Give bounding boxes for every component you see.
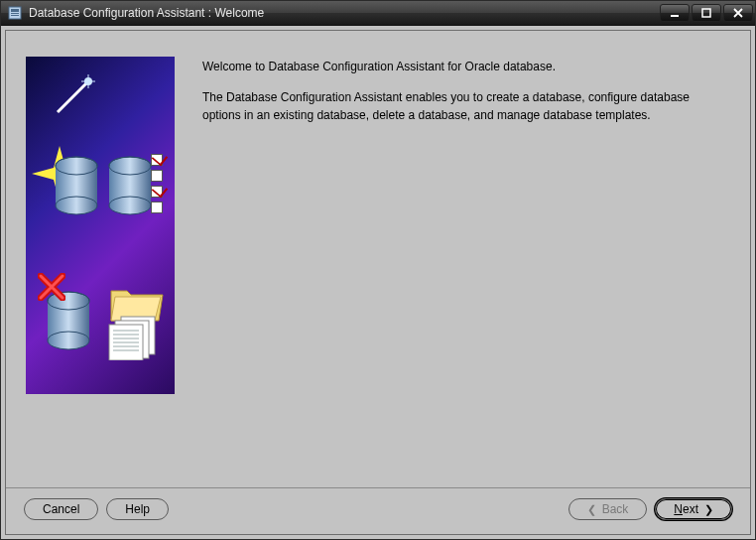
welcome-text: Welcome to Database Configuration Assist… [202,59,730,75]
svg-rect-4 [671,15,679,17]
wizard-body-text: Welcome to Database Configuration Assist… [202,57,730,477]
wizard-footer: Cancel Help ❮ Back Next ❯ [6,487,750,534]
wizard-content: Welcome to Database Configuration Assist… [6,31,750,487]
window-body: Welcome to Database Configuration Assist… [1,26,755,539]
chevron-left-icon: ❮ [587,503,596,516]
svg-rect-5 [702,9,710,17]
help-button[interactable]: Help [106,498,169,520]
cancel-button[interactable]: Cancel [24,498,98,520]
svg-point-7 [84,77,92,85]
titlebar: Database Configuration Assistant : Welco… [1,1,755,26]
next-button[interactable]: Next ❯ [655,498,732,520]
svg-rect-2 [11,13,19,14]
svg-rect-3 [11,15,19,16]
svg-point-19 [109,197,151,214]
wizard-sidebar-graphic [26,57,175,394]
svg-rect-1 [11,9,19,12]
next-button-label: Next [674,502,698,516]
app-icon [7,5,23,21]
documents-icon [107,313,163,360]
magic-wand-icon [54,74,95,116]
window-title: Database Configuration Assistant : Welco… [29,6,658,20]
window-controls [658,4,753,22]
svg-point-23 [48,332,89,349]
chevron-right-icon: ❯ [704,503,713,516]
checklist-icon [151,154,163,217]
wizard-panel: Welcome to Database Configuration Assist… [5,30,751,535]
svg-line-6 [58,82,87,112]
database-icon [107,156,153,215]
back-button-label: Back [602,502,629,516]
maximize-button[interactable] [692,4,721,22]
application-window: Database Configuration Assistant : Welco… [0,0,756,540]
minimize-button[interactable] [660,4,690,22]
svg-point-15 [56,197,97,214]
description-text: The Database Configuration Assistant ena… [202,89,730,124]
close-button[interactable] [723,4,753,22]
back-button: ❮ Back [568,498,648,520]
delete-x-icon [38,273,65,301]
database-icon [54,156,99,215]
